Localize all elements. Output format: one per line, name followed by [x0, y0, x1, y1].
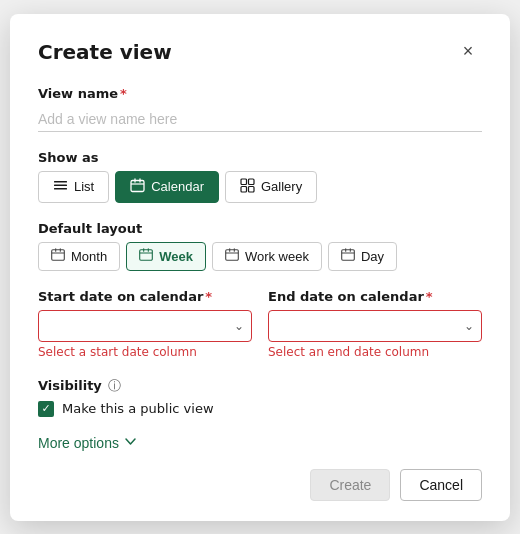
show-as-label: Show as — [38, 150, 482, 165]
layout-day-label: Day — [361, 249, 384, 264]
visibility-section: Visibility ⓘ ✓ Make this a public view — [38, 377, 482, 417]
end-date-select[interactable] — [268, 310, 482, 342]
layout-group: Month Week — [38, 242, 482, 271]
visibility-label: Visibility — [38, 378, 102, 393]
dialog-footer: Create Cancel — [38, 469, 482, 501]
checkbox-row: ✓ Make this a public view — [38, 401, 482, 417]
show-as-gallery-label: Gallery — [261, 179, 302, 194]
layout-month-label: Month — [71, 249, 107, 264]
dialog-header: Create view × — [38, 38, 482, 66]
layout-workweek-button[interactable]: Work week — [212, 242, 322, 271]
show-as-calendar-button[interactable]: Calendar — [115, 171, 219, 203]
layout-week-button[interactable]: Week — [126, 242, 206, 271]
show-as-list-label: List — [74, 179, 94, 194]
gallery-icon — [240, 178, 255, 196]
svg-rect-3 — [131, 180, 144, 191]
svg-rect-0 — [54, 181, 67, 183]
svg-rect-9 — [241, 186, 247, 192]
start-date-section: Start date on calendar* ⌄ Select a start… — [38, 289, 252, 359]
view-name-input[interactable] — [38, 107, 482, 132]
layout-month-button[interactable]: Month — [38, 242, 120, 271]
start-date-select[interactable] — [38, 310, 252, 342]
show-as-gallery-button[interactable]: Gallery — [225, 171, 317, 203]
end-date-select-wrapper: ⌄ — [268, 310, 482, 342]
svg-rect-10 — [249, 186, 255, 192]
more-options-label: More options — [38, 435, 119, 451]
show-as-group: List Calendar — [38, 171, 482, 203]
more-options-button[interactable]: More options — [38, 435, 137, 451]
end-date-label: End date on calendar* — [268, 289, 482, 304]
svg-rect-2 — [54, 188, 67, 190]
public-view-label: Make this a public view — [62, 401, 214, 416]
layout-day-button[interactable]: Day — [328, 242, 397, 271]
date-fields-row: Start date on calendar* ⌄ Select a start… — [38, 289, 482, 359]
workweek-calendar-icon — [225, 248, 239, 265]
show-as-list-button[interactable]: List — [38, 171, 109, 203]
close-icon: × — [463, 41, 474, 62]
public-view-checkbox[interactable]: ✓ — [38, 401, 54, 417]
dialog-title: Create view — [38, 40, 172, 64]
create-button[interactable]: Create — [310, 469, 390, 501]
info-icon[interactable]: ⓘ — [108, 377, 121, 395]
month-calendar-icon — [51, 248, 65, 265]
svg-rect-11 — [52, 249, 65, 260]
checkmark-icon: ✓ — [41, 403, 50, 414]
close-button[interactable]: × — [454, 38, 482, 66]
svg-rect-15 — [140, 249, 153, 260]
end-date-section: End date on calendar* ⌄ Select an end da… — [268, 289, 482, 359]
svg-rect-8 — [249, 179, 255, 185]
svg-rect-7 — [241, 179, 247, 185]
start-date-select-wrapper: ⌄ — [38, 310, 252, 342]
calendar-icon — [130, 178, 145, 196]
create-view-dialog: Create view × View name* Show as — [10, 14, 510, 521]
visibility-row: Visibility ⓘ — [38, 377, 482, 395]
show-as-calendar-label: Calendar — [151, 179, 204, 194]
view-name-section: View name* — [38, 86, 482, 132]
end-date-error: Select an end date column — [268, 345, 482, 359]
layout-week-label: Week — [159, 249, 193, 264]
default-layout-label: Default layout — [38, 221, 482, 236]
week-calendar-icon — [139, 248, 153, 265]
layout-workweek-label: Work week — [245, 249, 309, 264]
cancel-button[interactable]: Cancel — [400, 469, 482, 501]
svg-rect-23 — [342, 249, 355, 260]
start-date-label: Start date on calendar* — [38, 289, 252, 304]
day-calendar-icon — [341, 248, 355, 265]
default-layout-section: Default layout Month — [38, 221, 482, 271]
start-date-error: Select a start date column — [38, 345, 252, 359]
list-icon — [53, 178, 68, 196]
chevron-down-icon — [124, 435, 137, 451]
svg-rect-19 — [226, 249, 239, 260]
show-as-section: Show as List — [38, 150, 482, 203]
view-name-label: View name* — [38, 86, 482, 101]
svg-rect-1 — [54, 184, 67, 186]
